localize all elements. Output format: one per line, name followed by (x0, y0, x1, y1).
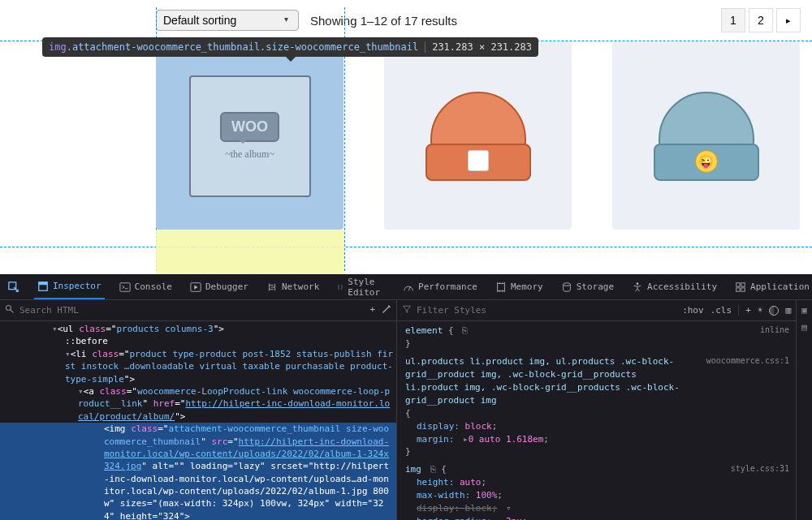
computed-side-tab[interactable]: ▤ (801, 322, 807, 333)
search-html-input[interactable] (19, 305, 365, 316)
woo-badge: WOO (220, 112, 279, 142)
svg-rect-2 (39, 281, 48, 285)
new-rule-button[interactable]: + (738, 305, 751, 316)
tab-network[interactable]: Network (263, 274, 322, 299)
product-beanie-blue[interactable]: 😜 (612, 42, 800, 230)
svg-rect-9 (741, 282, 745, 286)
filter-styles-input[interactable] (417, 305, 677, 316)
svg-point-12 (6, 306, 11, 311)
tab-inspector[interactable]: Inspector (34, 274, 105, 299)
shop-topbar: Default sorting ▾ Showing 1–12 of 17 res… (0, 0, 812, 41)
beanie-orange-image (425, 92, 531, 181)
dark-scheme-icon[interactable] (769, 306, 779, 316)
html-tree[interactable]: ▾<ul class="products columns-3"> ::befor… (0, 321, 396, 520)
tab-debugger[interactable]: Debugger (187, 274, 252, 299)
emoji-patch-icon: 😜 (695, 150, 718, 173)
tab-storage[interactable]: Storage (558, 274, 617, 299)
devtools-panel: Inspector Console Debugger Network Style… (0, 274, 812, 520)
hov-toggle[interactable]: :hov (682, 305, 704, 316)
beanie-blue-image: 😜 (654, 92, 759, 181)
add-node-button[interactable]: + (369, 304, 375, 316)
svg-rect-8 (736, 282, 740, 286)
album-label: ~the album~ (225, 148, 274, 161)
products-area: WOO ~the album~ 😜 (0, 41, 812, 247)
tab-performance[interactable]: Performance (400, 274, 481, 299)
element-picker-button[interactable] (5, 274, 23, 299)
tab-memory[interactable]: Memory (492, 274, 546, 299)
results-count: Showing 1–12 of 17 results (310, 14, 457, 28)
next-page-button[interactable]: ▸ (776, 8, 801, 32)
tab-style-editor[interactable]: Style Editor (334, 274, 388, 299)
tab-console[interactable]: Console (116, 274, 175, 299)
filter-overridden-icon[interactable]: ▿ (506, 503, 512, 514)
eyedropper-button[interactable] (382, 304, 391, 316)
product-album[interactable]: WOO ~the album~ (156, 42, 343, 230)
light-scheme-icon[interactable]: ☀ (758, 305, 763, 316)
svg-rect-5 (498, 283, 505, 290)
html-tree-panel: + ▾<ul class="products columns-3"> ::bef… (0, 300, 397, 520)
layout-side-tab[interactable]: ▣ (801, 305, 807, 316)
styles-panel: :hov .cls + ☀ ▥ element { ⎘inline } ul. (397, 300, 796, 520)
svg-rect-11 (741, 287, 745, 290)
cls-toggle[interactable]: .cls (710, 305, 732, 316)
styles-side-tabs: ▣ ▤ (796, 300, 812, 520)
album-image: WOO ~the album~ (189, 75, 311, 197)
page-2-button[interactable]: 2 (749, 8, 773, 32)
product-beanie-orange[interactable] (384, 42, 572, 230)
tab-accessibility[interactable]: Accessibility (628, 274, 720, 299)
search-icon (5, 304, 15, 316)
svg-point-7 (637, 282, 639, 285)
page-1-button[interactable]: 1 (721, 8, 745, 32)
element-hover-tooltip: img.attachment-woocommerce_thumbnail.siz… (42, 37, 538, 57)
svg-rect-3 (119, 282, 129, 291)
tab-application[interactable]: Application (732, 274, 812, 299)
print-media-icon[interactable]: ▥ (785, 305, 791, 316)
pagination: 1 2 ▸ (721, 8, 801, 32)
devtools-tabs: Inspector Console Debugger Network Style… (0, 274, 812, 300)
svg-rect-10 (736, 287, 740, 290)
filter-icon (402, 304, 412, 316)
svg-point-6 (563, 282, 570, 286)
sort-select[interactable]: Default sorting (156, 10, 299, 31)
css-rules[interactable]: element { ⎘inline } ul.products li.produ… (397, 321, 796, 520)
